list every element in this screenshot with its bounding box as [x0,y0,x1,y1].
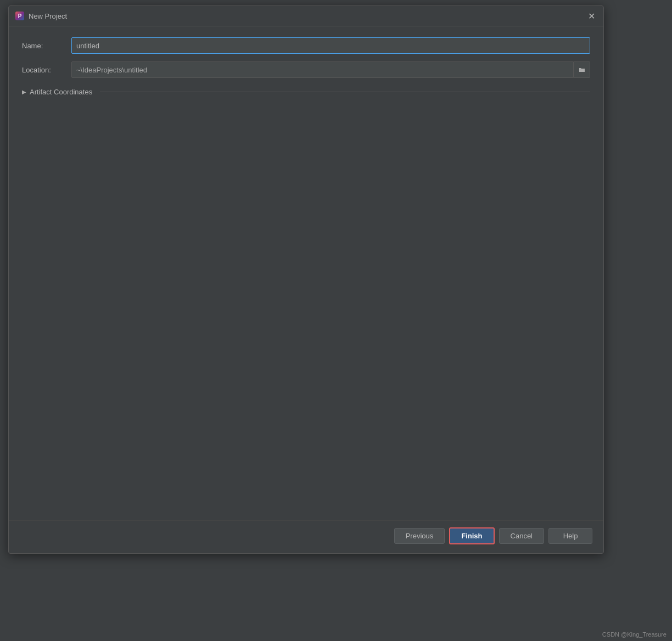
dialog-titlebar: P New Project ✕ [9,6,603,26]
dialog-footer: Previous Finish Cancel Help [9,520,603,553]
location-field-group [71,61,590,78]
help-button[interactable]: Help [548,528,592,544]
artifact-label: Artifact Coordinates [30,88,92,96]
location-browse-button[interactable] [574,61,590,78]
artifact-header[interactable]: ▶ Artifact Coordinates [22,86,590,98]
location-label: Location: [22,66,71,74]
dialog-body: Name: Location: ▶ [9,26,603,520]
location-row: Location: [22,61,590,78]
dialog-title-left: P New Project [15,12,67,20]
name-row: Name: [22,37,590,54]
name-input[interactable] [71,37,590,54]
close-button[interactable]: ✕ [586,10,597,21]
artifact-section: ▶ Artifact Coordinates [22,86,590,98]
artifact-divider [100,92,590,92]
expand-arrow-icon: ▶ [22,89,26,95]
previous-button[interactable]: Previous [394,528,445,544]
location-input[interactable] [71,61,574,78]
cancel-button[interactable]: Cancel [499,528,544,544]
watermark: CSDN @King_Treasure [602,631,667,638]
dialog-overlay: P New Project ✕ Name: Location: [0,0,672,641]
name-label: Name: [22,42,71,50]
folder-icon [579,67,585,72]
dialog-title: New Project [29,12,67,20]
new-project-dialog: P New Project ✕ Name: Location: [8,5,604,554]
finish-button[interactable]: Finish [449,527,494,544]
intellij-icon: P [15,12,24,20]
